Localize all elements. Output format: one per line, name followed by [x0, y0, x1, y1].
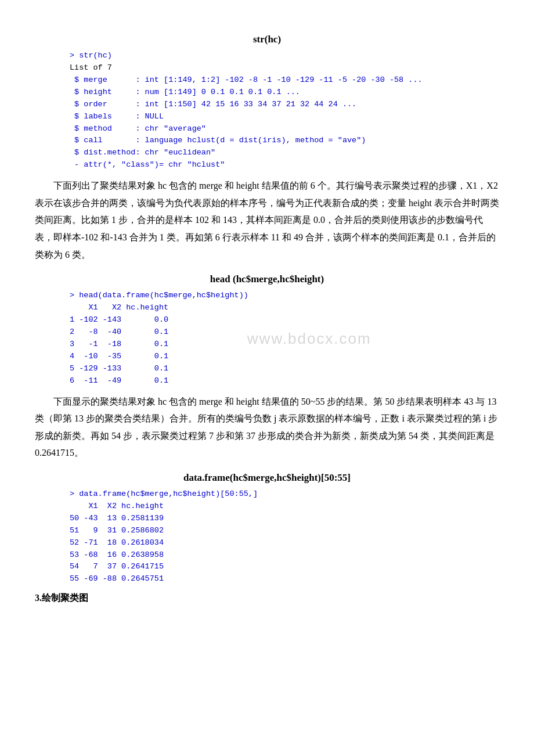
section4-title: 3.绘制聚类图 — [35, 592, 499, 604]
code-line: 51 9 31 0.2586802 — [70, 525, 499, 537]
code-line: $ method : chr "average" — [70, 123, 499, 135]
paragraph-2: 下面显示的聚类结果对象 hc 包含的 merge 和 height 结果值的 5… — [35, 393, 499, 462]
code-line: 3 -1 -18 0.1 — [70, 339, 499, 351]
code-block-3: > data.frame(hc$merge,hc$height)[50:55,]… — [70, 488, 499, 585]
code-line: > str(hc) — [70, 50, 499, 62]
section1-title: str(hc) — [35, 34, 499, 45]
paragraph-1: 下面列出了聚类结果对象 hc 包含的 merge 和 height 结果值的前 … — [35, 177, 499, 263]
code-line: X1 X2 hc.height — [70, 302, 499, 314]
code-line: $ order : int [1:150] 42 15 16 33 34 37 … — [70, 99, 499, 111]
section2-title: head (hc$merge,hc$height) — [35, 273, 499, 285]
section3-title: data.frame(hc$merge,hc$height)[50:55] — [35, 472, 499, 484]
code-line: 54 7 37 0.2641715 — [70, 561, 499, 573]
code-line: List of 7 — [70, 62, 499, 74]
code-line: $ merge : int [1:149, 1:2] -102 -8 -1 -1… — [70, 74, 499, 87]
code-line: X1 X2 hc.height — [70, 501, 499, 513]
code-line: - attr(*, "class")= chr "hclust" — [70, 159, 499, 171]
code-line: $ height : num [1:149] 0 0.1 0.1 0.1 0.1… — [70, 87, 499, 99]
code-line: $ call : language hclust(d = dist(iris),… — [70, 135, 499, 147]
code-line: 52 -71 18 0.2618034 — [70, 537, 499, 549]
code-line: 4 -10 -35 0.1 — [70, 351, 499, 363]
code-line: 55 -69 -88 0.2645751 — [70, 573, 499, 585]
code-line: $ labels : NULL — [70, 111, 499, 123]
code-line: 6 -11 -49 0.1 — [70, 375, 499, 387]
code-line: $ dist.method: chr "euclidean" — [70, 147, 499, 159]
code-line: > head(data.frame(hc$merge,hc$height)) — [70, 290, 499, 302]
code-block-1: > str(hc) List of 7 $ merge : int [1:149… — [70, 50, 499, 171]
code-line: 5 -129 -133 0.1 — [70, 363, 499, 375]
code-line: > data.frame(hc$merge,hc$height)[50:55,] — [70, 488, 499, 501]
code-line: 2 -8 -40 0.1 — [70, 326, 499, 339]
code-line: 50 -43 13 0.2581139 — [70, 513, 499, 525]
code-line: 53 -68 16 0.2638958 — [70, 549, 499, 561]
code-block-2: > head(data.frame(hc$merge,hc$height)) X… — [70, 290, 499, 387]
code-line: 1 -102 -143 0.0 — [70, 314, 499, 326]
